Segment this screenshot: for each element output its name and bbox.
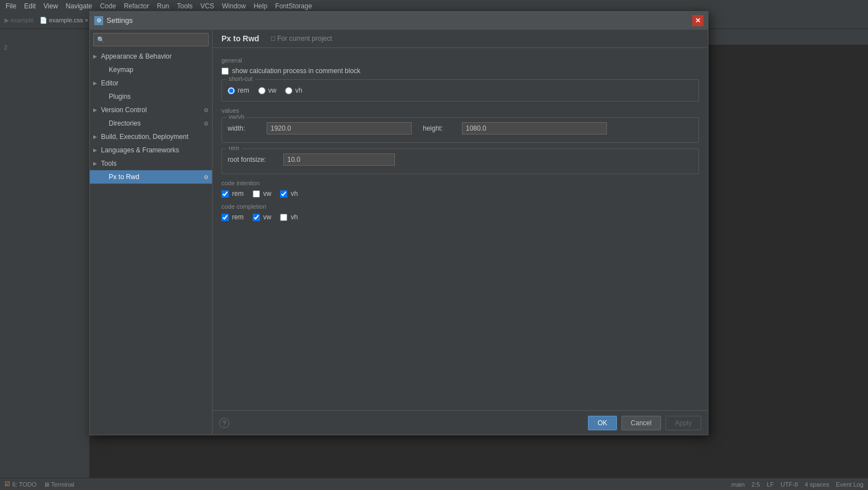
arrow-appearance: ▶ bbox=[93, 54, 101, 59]
left-sidebar: 1 2 bbox=[0, 29, 11, 478]
tree-label-vcs: Version Control bbox=[101, 106, 201, 114]
shortcut-vh-option: vh bbox=[285, 87, 302, 94]
shortcut-vw-radio[interactable] bbox=[258, 87, 266, 94]
status-encoding[interactable]: UTF-8 bbox=[780, 481, 798, 488]
root-fontsize-input[interactable] bbox=[283, 153, 395, 166]
menu-edit[interactable]: Edit bbox=[21, 1, 39, 11]
height-input[interactable] bbox=[462, 122, 607, 134]
menu-tools[interactable]: Tools bbox=[173, 1, 196, 11]
status-terminal[interactable]: 🖥 Terminal bbox=[44, 481, 74, 488]
code-completion-vw-checkbox[interactable] bbox=[253, 214, 260, 221]
search-icon: 🔍 bbox=[97, 36, 105, 44]
tree-item-editor[interactable]: ▶ Editor bbox=[90, 76, 212, 90]
tree-label-languages: Languages & Frameworks bbox=[101, 146, 209, 154]
code-completion-vh-label[interactable]: vh bbox=[291, 213, 298, 221]
menu-fontstorage[interactable]: FontStorage bbox=[272, 1, 315, 11]
menu-bar: File Edit View Navigate Code Refactor Ru… bbox=[0, 0, 868, 12]
code-intention-rem-label[interactable]: rem bbox=[232, 190, 244, 198]
checkbox-for-project-icon: ☐ bbox=[271, 36, 276, 42]
menu-view[interactable]: View bbox=[40, 1, 61, 11]
shortcut-rem-radio[interactable] bbox=[228, 87, 235, 94]
width-field-row: width: height: bbox=[228, 122, 693, 134]
arrow-editor: ▶ bbox=[93, 80, 101, 86]
tree-item-keymap[interactable]: Keymap bbox=[90, 63, 212, 76]
menu-code[interactable]: Code bbox=[97, 1, 119, 11]
shortcut-rem-label[interactable]: rem bbox=[238, 87, 249, 94]
status-bar: ☑ 6: TODO 🖥 Terminal .main 2:5 LF UTF-8 … bbox=[0, 478, 868, 490]
menu-window[interactable]: Window bbox=[219, 1, 249, 11]
status-spaces[interactable]: 4 spaces bbox=[804, 481, 829, 488]
arrow-build: ▶ bbox=[93, 134, 101, 140]
menu-run[interactable]: Run bbox=[153, 1, 172, 11]
tree-label-build: Build, Execution, Deployment bbox=[101, 133, 209, 141]
code-completion-vw-label[interactable]: vw bbox=[263, 213, 272, 221]
shortcut-radio-row: rem vw vh bbox=[228, 84, 693, 97]
code-intention-rem-checkbox[interactable] bbox=[221, 190, 229, 198]
settings-left-panel: 🔍 ▶ Appearance & Behavior Keymap ▶ Edito… bbox=[90, 30, 213, 435]
tree-item-plugins[interactable]: Plugins bbox=[90, 90, 212, 103]
settings-search-box[interactable]: 🔍 bbox=[93, 33, 209, 46]
dialog-titlebar: ⚙ Settings ✕ bbox=[90, 12, 708, 30]
gear-pxtorwd-icon: ⚙ bbox=[204, 174, 209, 180]
tree-label-tools: Tools bbox=[101, 160, 209, 167]
tree-label-directories: Directories bbox=[109, 119, 201, 127]
rem-section: rem root fontsize: bbox=[221, 148, 699, 174]
menu-refactor[interactable]: Refactor bbox=[120, 1, 152, 11]
help-button[interactable]: ? bbox=[219, 418, 229, 428]
settings-right-panel: Px to Rwd ☐ For current project general … bbox=[213, 30, 708, 435]
menu-file[interactable]: File bbox=[2, 1, 20, 11]
code-intention-vh-label[interactable]: vh bbox=[291, 190, 298, 198]
ok-button[interactable]: OK bbox=[588, 416, 616, 430]
code-completion-rem-checkbox[interactable] bbox=[221, 214, 229, 221]
tree-label-appearance: Appearance & Behavior bbox=[101, 52, 209, 60]
toolbar-css-tab[interactable]: 📄 example.css × bbox=[40, 17, 89, 24]
tree-item-pxtorwd[interactable]: Px to Rwd ⚙ bbox=[90, 170, 212, 184]
dialog-title: ⚙ Settings bbox=[94, 16, 133, 25]
tree-item-build[interactable]: ▶ Build, Execution, Deployment bbox=[90, 130, 212, 143]
dialog-body: 🔍 ▶ Appearance & Behavior Keymap ▶ Edito… bbox=[90, 30, 708, 435]
status-todo[interactable]: ☑ 6: TODO bbox=[4, 481, 37, 488]
show-calculation-checkbox[interactable] bbox=[221, 68, 229, 75]
code-completion-vh-checkbox[interactable] bbox=[280, 214, 287, 221]
width-input[interactable] bbox=[267, 122, 412, 134]
tree-item-vcs[interactable]: ▶ Version Control ⚙ bbox=[90, 103, 212, 117]
shortcut-vh-radio[interactable] bbox=[285, 87, 292, 94]
toolbar-example-tab[interactable]: ▶ example bbox=[4, 17, 34, 24]
tree-item-tools[interactable]: ▶ Tools bbox=[90, 157, 212, 170]
dialog-footer: ? OK Cancel Apply bbox=[213, 410, 708, 435]
show-calculation-row: show calculation process in comment bloc… bbox=[221, 67, 699, 75]
right-content: general show calculation process in comm… bbox=[213, 48, 708, 410]
code-intention-vw-label[interactable]: vw bbox=[263, 190, 272, 198]
status-breadcrumb: .main bbox=[730, 481, 745, 488]
tree-item-directories[interactable]: Directories ⚙ bbox=[90, 117, 212, 130]
arrow-tools: ▶ bbox=[93, 161, 101, 166]
height-label: height: bbox=[423, 124, 456, 132]
tree-item-languages[interactable]: ▶ Languages & Frameworks bbox=[90, 143, 212, 157]
general-section-label: general bbox=[221, 57, 699, 64]
shortcut-vw-label[interactable]: vw bbox=[268, 87, 277, 94]
code-intention-vh-checkbox[interactable] bbox=[280, 190, 287, 198]
status-event-log[interactable]: Event Log bbox=[836, 481, 864, 488]
rem-label: rem bbox=[226, 145, 242, 151]
for-current-project[interactable]: ☐ For current project bbox=[271, 35, 332, 42]
shortcut-vw-option: vw bbox=[258, 87, 277, 94]
shortcut-section: short-cut rem vw vh bbox=[221, 79, 699, 102]
settings-search-input[interactable] bbox=[107, 36, 205, 44]
status-lf[interactable]: LF bbox=[766, 481, 774, 488]
code-intention-row: rem vw vh bbox=[221, 190, 699, 198]
menu-help[interactable]: Help bbox=[250, 1, 271, 11]
vwvh-section: vw/vh width: height: bbox=[221, 117, 699, 143]
menu-vcs[interactable]: VCS bbox=[197, 1, 218, 11]
shortcut-vh-label[interactable]: vh bbox=[295, 87, 302, 94]
dialog-close-button[interactable]: ✕ bbox=[692, 15, 703, 26]
gear-vcs-icon: ⚙ bbox=[204, 107, 209, 113]
tree-item-appearance[interactable]: ▶ Appearance & Behavior bbox=[90, 50, 212, 63]
code-intention-vw-checkbox[interactable] bbox=[253, 190, 260, 198]
show-calculation-label[interactable]: show calculation process in comment bloc… bbox=[232, 67, 360, 75]
tree-label-keymap: Keymap bbox=[109, 66, 209, 74]
menu-navigate[interactable]: Navigate bbox=[62, 1, 95, 11]
apply-button[interactable]: Apply bbox=[666, 416, 701, 430]
tree-label-pxtorwd: Px to Rwd bbox=[109, 173, 201, 181]
cancel-button[interactable]: Cancel bbox=[621, 416, 661, 430]
code-completion-rem-label[interactable]: rem bbox=[232, 213, 244, 221]
